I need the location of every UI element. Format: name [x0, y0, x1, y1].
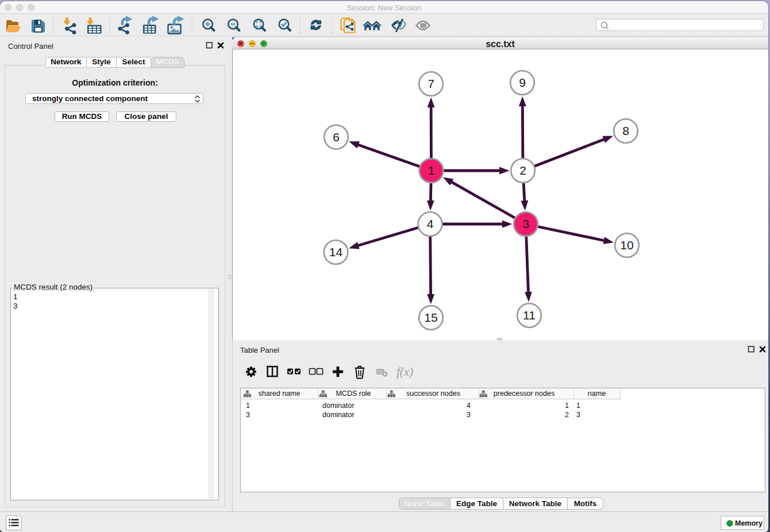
svg-text:1: 1 — [428, 164, 435, 177]
svg-text:3: 3 — [522, 217, 529, 230]
svg-text:7: 7 — [428, 77, 434, 90]
svg-text:15: 15 — [424, 311, 437, 324]
svg-text:9: 9 — [519, 76, 526, 89]
svg-text:2: 2 — [519, 164, 526, 177]
svg-text:10: 10 — [620, 238, 633, 252]
svg-text:14: 14 — [329, 245, 343, 259]
svg-text:4: 4 — [427, 217, 434, 230]
svg-text:f(x): f(x) — [396, 365, 413, 379]
svg-text:11: 11 — [523, 309, 536, 322]
svg-text:8: 8 — [622, 124, 629, 137]
svg-text:6: 6 — [333, 130, 340, 144]
